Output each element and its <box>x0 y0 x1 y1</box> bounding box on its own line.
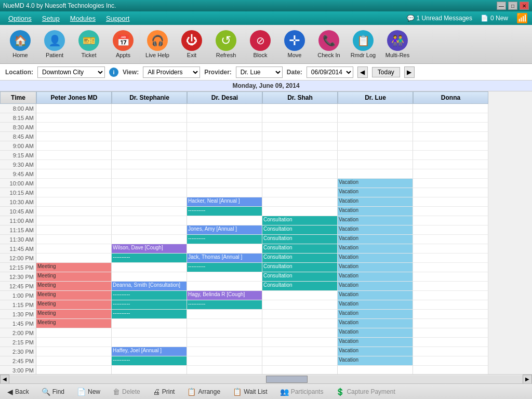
appts-button[interactable]: 📅 Appts <box>107 28 139 61</box>
appt-cell[interactable]: Consultation <box>262 282 338 291</box>
date-select[interactable]: 06/09/2014 <box>307 66 353 78</box>
appt-cell[interactable]: Meeting <box>36 282 112 291</box>
appt-cell[interactable]: Meeting <box>36 291 112 300</box>
appt-cell[interactable]: Vacation <box>338 319 413 328</box>
waitlist-icon: 📋 <box>233 388 242 396</box>
appt-cell <box>413 366 488 374</box>
waitlist-button[interactable]: 📋 Wait List <box>231 387 270 397</box>
appt-cell[interactable]: Hagy, Belinda R [Cough] <box>187 291 262 300</box>
appt-cell <box>338 104 413 113</box>
appt-cell[interactable]: Vacation <box>338 338 413 347</box>
appt-cell[interactable]: Vacation <box>338 263 413 272</box>
patient-button[interactable]: 👤 Patient <box>38 28 71 61</box>
date-next-btn[interactable]: ▶ <box>404 66 415 78</box>
appt-cell[interactable]: Vacation <box>338 254 413 263</box>
appt-cell[interactable]: Vacation <box>338 207 413 216</box>
appt-cell[interactable]: Vacation <box>338 188 413 197</box>
participants-button[interactable]: 👥 Participants <box>278 387 326 397</box>
appt-cell[interactable]: Vacation <box>338 310 413 319</box>
appt-cell[interactable]: Meeting <box>36 272 112 282</box>
appt-cell[interactable]: Jones, Amy [Annual ] <box>187 225 262 235</box>
appt-cell[interactable]: ---------- <box>187 263 262 272</box>
appt-cell[interactable]: Hacker, Neal [Annual ] <box>187 197 262 207</box>
today-button[interactable]: Today <box>372 67 400 77</box>
menu-options[interactable]: Options <box>4 14 36 23</box>
appt-cell[interactable]: Jack, Thomas [Annual ] <box>187 254 262 263</box>
appt-cell[interactable]: Vacation <box>338 197 413 207</box>
appt-cell[interactable]: Meeting <box>36 310 112 319</box>
ticket-button[interactable]: 🎫 Ticket <box>73 28 105 61</box>
checkin-button[interactable]: 📞 Check In <box>313 28 345 61</box>
appt-cell[interactable]: Meeting <box>36 300 112 310</box>
appt-cell[interactable]: ---------- <box>187 207 262 216</box>
appt-cell[interactable]: ---------- <box>112 310 187 319</box>
appt-cell[interactable]: Consultation <box>262 235 338 244</box>
appt-cell[interactable]: Vacation <box>338 216 413 225</box>
appt-cell[interactable]: Vacation <box>338 300 413 310</box>
minimize-btn[interactable]: — <box>497 2 506 10</box>
appt-cell[interactable]: ---------- <box>112 356 187 366</box>
back-button[interactable]: ◀ Back <box>5 387 31 397</box>
appt-cell[interactable]: Wilson, Dave [Cough] <box>112 244 187 254</box>
arrange-button[interactable]: 📋 Arrange <box>185 387 222 397</box>
appt-cell[interactable]: ---------- <box>112 300 187 310</box>
hscroll-track[interactable] <box>9 375 523 383</box>
appt-cell <box>338 123 413 132</box>
provider-label: Provider: <box>204 69 232 76</box>
horizontal-scrollbar[interactable]: ◀ ▶ <box>0 374 532 383</box>
delete-button[interactable]: 🗑 Delete <box>111 387 142 397</box>
appt-cell[interactable]: Vacation <box>338 179 413 188</box>
appt-cell[interactable]: ---------- <box>112 291 187 300</box>
exit-button[interactable]: ⏻ Exit <box>176 28 208 61</box>
appt-cell[interactable]: Consultation <box>262 225 338 235</box>
appt-cell[interactable]: Consultation <box>262 263 338 272</box>
appt-cell[interactable]: Vacation <box>338 282 413 291</box>
provider-select[interactable]: Dr. Lue <box>236 66 283 78</box>
menu-support[interactable]: Support <box>102 14 134 23</box>
appt-cell[interactable]: Consultation <box>262 216 338 225</box>
menu-setup[interactable]: Setup <box>38 14 64 23</box>
move-button[interactable]: ✛ Move <box>278 28 311 61</box>
appt-cell[interactable]: Meeting <box>36 263 112 272</box>
close-btn[interactable]: ✕ <box>520 2 529 10</box>
new-count[interactable]: 📄 0 New <box>481 15 508 22</box>
appt-cell[interactable]: Vacation <box>338 347 413 356</box>
maximize-btn[interactable]: □ <box>508 2 517 10</box>
location-info-icon[interactable]: i <box>109 68 118 77</box>
appt-cell[interactable]: Vacation <box>338 356 413 366</box>
livehelp-button[interactable]: 🎧 Live Help <box>141 28 174 61</box>
find-button[interactable]: 🔍 Find <box>39 387 66 397</box>
appt-cell[interactable]: ---------- <box>187 235 262 244</box>
hscroll-thumb[interactable] <box>266 376 308 383</box>
appt-cell[interactable]: Vacation <box>338 235 413 244</box>
print-button[interactable]: 🖨 Print <box>151 387 177 397</box>
appt-cell[interactable]: Vacation <box>338 328 413 338</box>
rmdrlog-button[interactable]: 📋 Rmdr Log <box>347 28 379 61</box>
hscroll-left-btn[interactable]: ◀ <box>0 375 9 384</box>
appt-cell[interactable]: Vacation <box>338 291 413 300</box>
block-button[interactable]: ⊘ Block <box>244 28 276 61</box>
hscroll-right-btn[interactable]: ▶ <box>523 375 532 384</box>
location-select[interactable]: Downtown City <box>37 66 105 78</box>
appt-cell[interactable]: Meeting <box>36 319 112 328</box>
appt-cell[interactable]: Vacation <box>338 244 413 254</box>
appt-cell[interactable]: Vacation <box>338 272 413 282</box>
refresh-button[interactable]: ↺ Refresh <box>210 28 242 61</box>
home-button[interactable]: 🏠 Home <box>4 28 36 61</box>
date-prev-btn[interactable]: ◀ <box>357 66 368 78</box>
appt-cell[interactable]: Consultation <box>262 254 338 263</box>
unread-messages[interactable]: 💬 1 Unread Messages <box>407 15 472 22</box>
capture-payment-button[interactable]: 💲 Capture Payment <box>334 387 397 397</box>
new-button[interactable]: 📄 New <box>75 387 102 397</box>
appt-cell[interactable]: Deanna, Smith [Consultation] <box>112 282 187 291</box>
grid-scroll[interactable]: Time Peter Jones MD Dr. Stephanie Dr. De… <box>0 91 532 374</box>
appt-cell[interactable]: Consultation <box>262 272 338 282</box>
appt-cell[interactable]: Consultation <box>262 244 338 254</box>
multires-button[interactable]: 👫 Multi-Res <box>381 28 414 61</box>
appt-cell[interactable]: Vacation <box>338 225 413 235</box>
menu-modules[interactable]: Modules <box>66 14 100 23</box>
appt-cell[interactable]: Haffey, Joel [Annual ] <box>112 347 187 356</box>
view-select[interactable]: All Providers <box>143 66 200 78</box>
appt-cell[interactable]: ---------- <box>187 300 262 310</box>
appt-cell[interactable]: ---------- <box>112 254 187 263</box>
